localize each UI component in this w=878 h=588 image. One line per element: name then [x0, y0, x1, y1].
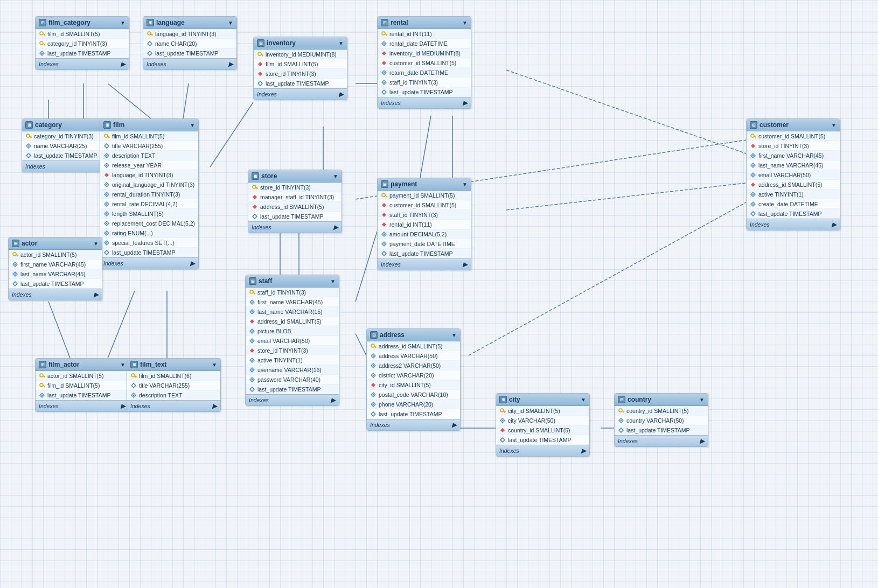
- field-text: release_year YEAR: [112, 162, 162, 169]
- field-text: city_id SMALLINT(5): [508, 408, 560, 414]
- table-header-staff[interactable]: ⊞staff▼: [246, 275, 339, 288]
- indexes-bar[interactable]: Indexes▶: [248, 221, 342, 233]
- field-row: last_name VARCHAR(45): [747, 160, 840, 170]
- field-row: postal_code VARCHAR(10): [367, 390, 460, 400]
- header-dropdown-arrow[interactable]: ▼: [120, 362, 126, 368]
- indexes-arrow[interactable]: ▶: [121, 402, 126, 410]
- table-header-customer[interactable]: ⊞customer▼: [747, 119, 840, 131]
- field-row: return_date DATETIME: [378, 68, 471, 78]
- indexes-arrow[interactable]: ▶: [581, 447, 586, 454]
- header-dropdown-arrow[interactable]: ▼: [228, 20, 233, 26]
- indexes-bar[interactable]: Indexes▶: [496, 445, 589, 456]
- header-dropdown-arrow[interactable]: ▼: [831, 122, 837, 128]
- field-row: username VARCHAR(16): [246, 365, 339, 375]
- indexes-arrow[interactable]: ▶: [212, 402, 217, 410]
- indexes-arrow[interactable]: ▶: [333, 223, 338, 231]
- table-header-country[interactable]: ⊞country▼: [615, 394, 708, 406]
- indexes-bar[interactable]: Indexes▶: [143, 58, 236, 69]
- table-header-payment[interactable]: ⊞payment▼: [378, 178, 471, 191]
- field-row: description TEXT: [100, 151, 198, 160]
- indexes-bar[interactable]: Indexes▶: [747, 219, 840, 230]
- field-row: customer_id SMALLINT(5): [747, 131, 840, 141]
- field-icon-diamond-outline: [381, 69, 387, 76]
- indexes-arrow[interactable]: ▶: [452, 421, 457, 429]
- field-row: film_id SMALLINT(5): [36, 29, 129, 39]
- svg-point-164: [373, 365, 374, 366]
- table-header-film_actor[interactable]: ⊞film_actor▼: [36, 359, 129, 371]
- indexes-arrow[interactable]: ▶: [121, 60, 126, 68]
- field-row: password VARCHAR(40): [246, 375, 339, 384]
- header-dropdown-arrow[interactable]: ▼: [462, 20, 468, 26]
- table-icon: ⊞: [39, 361, 46, 368]
- svg-marker-93: [751, 183, 755, 187]
- table-customer: ⊞customer▼customer_id SMALLINT(5)store_i…: [746, 118, 840, 230]
- table-name-label: language: [156, 19, 185, 26]
- field-icon-diamond-blue: [499, 437, 506, 443]
- field-text: last_update TIMESTAMP: [34, 152, 97, 159]
- table-header-film[interactable]: ⊞film▼: [100, 119, 198, 131]
- field-icon-diamond-outline: [370, 391, 377, 398]
- indexes-label: Indexes: [750, 221, 770, 228]
- header-dropdown-arrow[interactable]: ▼: [93, 241, 99, 247]
- indexes-arrow[interactable]: ▶: [190, 260, 195, 267]
- indexes-arrow[interactable]: ▶: [331, 396, 336, 404]
- table-header-actor[interactable]: ⊞actor▼: [9, 237, 102, 250]
- svg-point-92: [752, 174, 754, 176]
- table-header-city[interactable]: ⊞city▼: [496, 394, 589, 406]
- indexes-bar[interactable]: Indexes▶: [100, 257, 198, 269]
- header-dropdown-arrow[interactable]: ▼: [451, 332, 457, 338]
- field-row: last_update TIMESTAMP: [378, 249, 471, 258]
- header-dropdown-arrow[interactable]: ▼: [330, 278, 336, 284]
- table-header-rental[interactable]: ⊞rental▼: [378, 17, 471, 29]
- field-text: manager_staff_id TINYINT(3): [260, 194, 334, 200]
- field-icon-diamond-outline: [249, 299, 255, 305]
- header-dropdown-arrow[interactable]: ▼: [338, 40, 344, 46]
- indexes-bar[interactable]: Indexes▶: [254, 88, 347, 100]
- field-icon-diamond-blue: [130, 382, 137, 389]
- field-icon-key: [618, 408, 624, 414]
- indexes-arrow[interactable]: ▶: [339, 90, 344, 98]
- indexes-bar[interactable]: Indexes▶: [367, 419, 460, 430]
- indexes-label: Indexes: [370, 422, 390, 428]
- table-header-language[interactable]: ⊞language▼: [143, 17, 236, 29]
- field-text: language_id TINYINT(3): [112, 172, 173, 178]
- header-dropdown-arrow[interactable]: ▼: [190, 122, 195, 128]
- indexes-bar[interactable]: Indexes▶: [9, 289, 102, 300]
- indexes-arrow[interactable]: ▶: [463, 261, 468, 268]
- indexes-arrow[interactable]: ▶: [832, 221, 837, 228]
- table-film_category: ⊞film_category▼film_id SMALLINT(5)catego…: [35, 16, 129, 70]
- table-header-store[interactable]: ⊞store▼: [248, 170, 342, 183]
- header-dropdown-arrow[interactable]: ▼: [120, 20, 126, 26]
- table-header-film_text[interactable]: ⊞film_text▼: [127, 359, 220, 371]
- header-dropdown-arrow[interactable]: ▼: [581, 397, 586, 403]
- indexes-bar[interactable]: Indexes▶: [36, 400, 129, 411]
- header-dropdown-arrow[interactable]: ▼: [212, 362, 217, 368]
- indexes-bar[interactable]: Indexes▶: [246, 394, 339, 405]
- indexes-bar[interactable]: Indexes▶: [378, 258, 471, 270]
- indexes-bar[interactable]: Indexes▶: [36, 58, 129, 69]
- svg-marker-178: [500, 428, 505, 432]
- table-header-inventory[interactable]: ⊞inventory▼: [254, 37, 347, 50]
- header-dropdown-arrow[interactable]: ▼: [462, 181, 468, 187]
- svg-marker-131: [250, 319, 254, 324]
- field-row: country_id SMALLINT(5): [615, 406, 708, 416]
- field-text: username VARCHAR(16): [257, 367, 322, 373]
- field-icon-diamond-blue: [381, 89, 387, 95]
- indexes-arrow[interactable]: ▶: [94, 291, 99, 298]
- field-icon-diamond-outline: [12, 261, 18, 268]
- field-row: last_update TIMESTAMP: [254, 79, 347, 88]
- indexes-bar[interactable]: Indexes▶: [615, 435, 708, 446]
- field-text: title VARCHAR(255): [112, 143, 163, 149]
- indexes-arrow[interactable]: ▶: [463, 99, 468, 107]
- indexes-bar[interactable]: Indexes▶: [378, 97, 471, 108]
- table-header-address[interactable]: ⊞address▼: [367, 329, 460, 341]
- svg-point-83: [751, 134, 754, 137]
- table-header-film_category[interactable]: ⊞film_category▼: [36, 17, 129, 29]
- header-dropdown-arrow[interactable]: ▼: [699, 397, 705, 403]
- indexes-arrow[interactable]: ▶: [228, 60, 233, 68]
- indexes-arrow[interactable]: ▶: [700, 437, 705, 445]
- header-dropdown-arrow[interactable]: ▼: [333, 173, 338, 179]
- field-text: film_id SMALLINT(5): [47, 31, 100, 37]
- table-name-label: actor: [22, 240, 37, 247]
- indexes-bar[interactable]: Indexes▶: [127, 400, 220, 411]
